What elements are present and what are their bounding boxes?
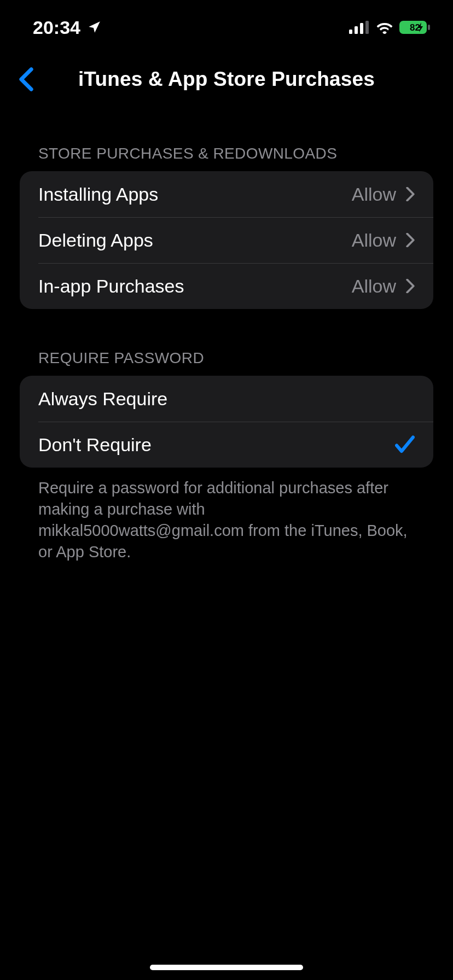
password-section-header: REQUIRE PASSWORD — [0, 349, 453, 376]
chevron-right-icon — [406, 187, 415, 201]
row-label: Installing Apps — [38, 184, 158, 205]
status-time: 20:34 — [33, 17, 80, 38]
location-services-icon — [87, 20, 101, 34]
row-label: Don't Require — [38, 434, 152, 456]
row-value: Allow — [352, 276, 396, 297]
row-label: Always Require — [38, 388, 167, 410]
row-installing-apps[interactable]: Installing Apps Allow — [20, 171, 433, 217]
password-section-footer: Require a password for additional purcha… — [0, 468, 453, 563]
status-left: 20:34 — [33, 17, 101, 38]
row-deleting-apps[interactable]: Deleting Apps Allow — [20, 217, 433, 263]
svg-rect-2 — [360, 23, 363, 34]
row-trailing — [395, 435, 415, 454]
store-group: Installing Apps Allow Deleting Apps Allo… — [20, 171, 433, 309]
row-value: Allow — [352, 230, 396, 251]
row-always-require[interactable]: Always Require — [20, 376, 433, 422]
svg-rect-1 — [355, 26, 358, 34]
row-in-app-purchases[interactable]: In-app Purchases Allow — [20, 263, 433, 309]
back-button[interactable] — [10, 63, 43, 96]
battery-icon: 82 — [399, 20, 431, 34]
chevron-left-icon — [19, 67, 34, 91]
chevron-right-icon — [406, 233, 415, 247]
cellular-signal-icon — [349, 21, 370, 34]
password-group: Always Require Don't Require — [20, 376, 433, 468]
chevron-right-icon — [406, 279, 415, 293]
page-title: iTunes & App Store Purchases — [78, 68, 375, 91]
navigation-bar: iTunes & App Store Purchases — [0, 55, 453, 104]
checkmark-icon — [395, 435, 415, 454]
row-label: Deleting Apps — [38, 230, 153, 251]
home-indicator[interactable] — [150, 965, 303, 970]
status-right: 82 — [349, 20, 431, 34]
row-value: Allow — [352, 184, 396, 205]
row-dont-require[interactable]: Don't Require — [20, 422, 433, 468]
row-trailing: Allow — [352, 184, 415, 205]
svg-rect-3 — [365, 21, 369, 34]
status-bar: 20:34 82 — [0, 0, 453, 55]
row-label: In-app Purchases — [38, 276, 184, 297]
row-trailing: Allow — [352, 230, 415, 251]
content: STORE PURCHASES & REDOWNLOADS Installing… — [0, 104, 453, 563]
svg-rect-0 — [349, 30, 352, 34]
wifi-icon — [375, 21, 394, 34]
store-section-header: STORE PURCHASES & REDOWNLOADS — [0, 145, 453, 171]
svg-rect-5 — [428, 25, 430, 30]
row-trailing: Allow — [352, 276, 415, 297]
